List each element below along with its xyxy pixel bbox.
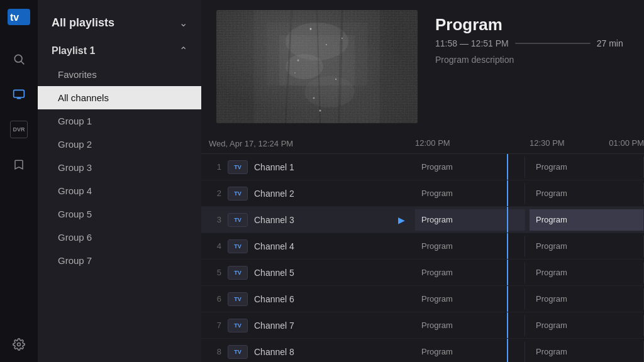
epg-channel-info: 7TVChannel 7 xyxy=(201,312,415,338)
epg-channel-name: Channel 6 xyxy=(254,294,294,304)
all-playlists-label: All playlists xyxy=(52,16,114,30)
epg-program[interactable]: Program xyxy=(530,156,644,178)
epg-container: Wed, Apr 17, 12:24 PM 12:00 PM 12:30 PM … xyxy=(201,133,644,362)
epg-channel-name: Channel 8 xyxy=(254,347,294,357)
epg-row[interactable]: 1TVChannel 1ProgramProgram xyxy=(201,154,644,180)
epg-channel-info: 6TVChannel 6 xyxy=(201,286,415,312)
sidebar-item-group2[interactable]: Group 2 xyxy=(38,133,201,156)
sidebar-item-group4[interactable]: Group 4 xyxy=(38,179,201,202)
epg-time-indicator xyxy=(507,180,508,206)
epg-program[interactable]: Program xyxy=(415,315,525,336)
epg-program[interactable]: Program xyxy=(530,236,644,257)
tv-icon[interactable] xyxy=(10,85,28,103)
dvr-icon[interactable]: DVR xyxy=(10,121,28,138)
svg-point-7 xyxy=(18,343,21,346)
playlist1-chevron: ⌃ xyxy=(179,45,187,57)
svg-rect-18 xyxy=(216,10,418,123)
epg-row[interactable]: 5TVChannel 5ProgramProgram xyxy=(201,260,644,286)
settings-icon[interactable] xyxy=(10,336,28,353)
epg-row[interactable]: 4TVChannel 4ProgramProgram xyxy=(201,233,644,260)
sidebar-item-group7[interactable]: Group 7 xyxy=(38,249,201,272)
epg-channel-logo: TV xyxy=(228,292,248,306)
epg-programs-area: ProgramProgram xyxy=(415,339,644,362)
sidebar-item-all-channels[interactable]: All channels xyxy=(38,86,201,109)
epg-channel-info: 5TVChannel 5 xyxy=(201,260,415,285)
sidebar-item-group6[interactable]: Group 6 xyxy=(38,226,201,249)
nav-bar: tv DVR xyxy=(0,0,38,362)
epg-channel-logo: TV xyxy=(228,213,248,227)
program-time-row: 11:58 — 12:51 PM 27 min xyxy=(435,38,629,48)
epg-row[interactable]: 7TVChannel 7ProgramProgram xyxy=(201,312,644,339)
svg-point-24 xyxy=(341,38,343,39)
svg-point-25 xyxy=(294,72,296,74)
time-label-0100: 01:00 PM xyxy=(609,133,644,153)
svg-rect-10 xyxy=(267,23,367,85)
main-content: Program 11:58 — 12:51 PM 27 min Program … xyxy=(201,0,644,362)
epg-channel-name: Channel 1 xyxy=(254,162,294,172)
svg-rect-11 xyxy=(279,35,355,85)
svg-line-3 xyxy=(21,62,25,65)
epg-program[interactable]: Program xyxy=(415,288,525,310)
epg-program[interactable]: Program xyxy=(530,288,644,310)
epg-row[interactable]: 3TVChannel 3▶ProgramProgram xyxy=(201,207,644,233)
epg-row[interactable]: 2TVChannel 2ProgramProgram xyxy=(201,180,644,207)
epg-program[interactable]: Program xyxy=(530,183,644,204)
program-info-panel: Program 11:58 — 12:51 PM 27 min Program … xyxy=(435,10,629,123)
epg-program[interactable]: Program xyxy=(415,209,525,231)
epg-program[interactable]: Program xyxy=(530,209,644,231)
svg-point-13 xyxy=(286,54,323,79)
epg-channel-logo: TV xyxy=(228,187,248,200)
epg-time-indicator xyxy=(507,154,508,180)
svg-rect-9 xyxy=(254,10,380,123)
program-description: Program description xyxy=(435,55,629,65)
epg-row[interactable]: 8TVChannel 8ProgramProgram xyxy=(201,339,644,362)
epg-rows: 1TVChannel 1ProgramProgram2TVChannel 2Pr… xyxy=(201,154,644,362)
epg-channel-num: 7 xyxy=(209,321,221,330)
top-info-area: Program 11:58 — 12:51 PM 27 min Program … xyxy=(201,0,644,133)
sidebar-item-favorites[interactable]: Favorites xyxy=(38,63,201,86)
epg-program[interactable]: Program xyxy=(415,262,525,283)
search-icon[interactable] xyxy=(10,50,28,68)
epg-channel-info: 8TVChannel 8 xyxy=(201,339,415,362)
epg-programs-area: ProgramProgram xyxy=(415,233,644,259)
epg-program[interactable]: Program xyxy=(415,156,525,178)
epg-channel-name: Channel 3 xyxy=(254,215,294,225)
epg-time-indicator xyxy=(507,260,508,285)
playlist1-header[interactable]: Playlist 1 ⌃ xyxy=(38,38,201,63)
svg-rect-8 xyxy=(216,10,418,123)
epg-channel-num: 4 xyxy=(209,241,221,251)
bookmarks-icon[interactable] xyxy=(10,156,28,173)
epg-channel-name: Channel 5 xyxy=(254,268,294,278)
epg-channel-num: 3 xyxy=(209,215,221,224)
epg-channel-info: 3TVChannel 3▶ xyxy=(201,207,415,233)
sidebar-item-group5[interactable]: Group 5 xyxy=(38,202,201,226)
epg-program[interactable]: Program xyxy=(530,341,644,363)
epg-time-indicator xyxy=(507,339,508,362)
epg-program[interactable]: Program xyxy=(415,236,525,257)
epg-channel-num: 6 xyxy=(209,294,221,304)
epg-program[interactable]: Program xyxy=(415,183,525,204)
thumbnail-svg xyxy=(216,10,418,123)
svg-point-2 xyxy=(14,55,22,62)
svg-text:tv: tv xyxy=(10,12,19,23)
epg-programs-area: ProgramProgram xyxy=(415,180,644,206)
epg-program[interactable]: Program xyxy=(530,262,644,283)
app-logo: tv xyxy=(8,9,30,28)
epg-row[interactable]: 6TVChannel 6ProgramProgram xyxy=(201,286,644,312)
epg-time-labels: 12:00 PM 12:30 PM 01:00 PM xyxy=(415,133,644,153)
svg-point-23 xyxy=(313,97,315,99)
sidebar-item-group1[interactable]: Group 1 xyxy=(38,109,201,133)
epg-program[interactable]: Program xyxy=(530,315,644,336)
all-playlists-header[interactable]: All playlists ⌄ xyxy=(38,5,201,38)
epg-channel-info: 1TVChannel 1 xyxy=(201,154,415,180)
epg-channel-logo: TV xyxy=(228,319,248,332)
epg-channel-num: 1 xyxy=(209,162,221,172)
svg-point-12 xyxy=(286,23,348,60)
epg-channel-info: 2TVChannel 2 xyxy=(201,180,415,206)
epg-channel-logo: TV xyxy=(228,345,248,359)
epg-program[interactable]: Program xyxy=(415,341,525,363)
svg-line-16 xyxy=(317,10,320,123)
sidebar-item-group3[interactable]: Group 3 xyxy=(38,156,201,179)
epg-channel-logo: TV xyxy=(228,160,248,174)
program-title: Program xyxy=(435,15,629,35)
